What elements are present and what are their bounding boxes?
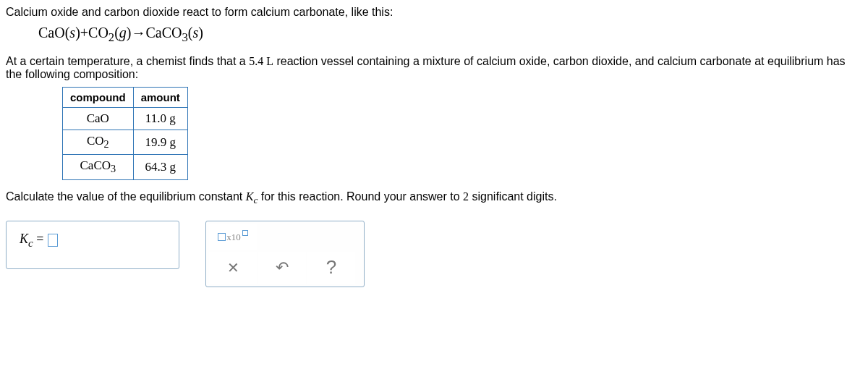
help-button[interactable]: ? [307,252,355,284]
tool-palette: x10 ✕ ↶ ? [205,221,365,287]
instruction-post: significant digits. [469,190,557,203]
amount-cell: 64.3 g [133,155,187,179]
amount-cell: 11.0 g [133,108,187,130]
exponent-box-icon [242,230,248,236]
composition-table: compound amount CaO 11.0 g CO2 19.9 g Ca… [62,87,188,180]
mantissa-box-icon [218,233,226,241]
help-icon: ? [326,256,336,279]
x10-label: x10 [226,232,241,243]
table-row: CaO 11.0 g [63,108,188,130]
vessel-volume: 5.4 L [249,55,273,67]
table-row: CaCO3 64.3 g [63,155,188,179]
undo-icon: ↶ [276,258,289,277]
undo-button[interactable]: ↶ [258,252,306,284]
table-row: CO2 19.9 g [63,130,188,155]
instruction-mid: for this reaction. Round your answer to [258,190,463,203]
answer-box: Kc = [6,221,179,269]
answer-lhs: Kc = [20,232,43,250]
table-header-row: compound amount [63,88,188,108]
header-compound: compound [63,88,134,108]
close-icon: ✕ [227,259,239,276]
kc-symbol: Kc [246,190,258,203]
sci-notation-button[interactable]: x10 [209,224,257,250]
reaction-equation: CaO(s)+CO2(g)→CaCO3(s) [38,25,862,45]
answer-row: Kc = x10 ✕ ↶ ? [6,221,862,287]
intro-text: Calcium oxide and carbon dioxide react t… [6,6,862,19]
instruction-text: Calculate the value of the equilibrium c… [6,190,862,206]
context-paragraph: At a certain temperature, a chemist find… [6,55,862,81]
compound-cell: CaO [63,108,134,130]
context-pre: At a certain temperature, a chemist find… [6,55,249,67]
clear-button[interactable]: ✕ [209,252,257,284]
header-amount: amount [133,88,187,108]
instruction-pre: Calculate the value of the equilibrium c… [6,190,246,203]
sig-digits: 2 [463,190,469,203]
answer-input[interactable] [48,234,58,247]
compound-cell: CaCO3 [63,155,134,179]
amount-cell: 19.9 g [133,130,187,155]
compound-cell: CO2 [63,130,134,155]
